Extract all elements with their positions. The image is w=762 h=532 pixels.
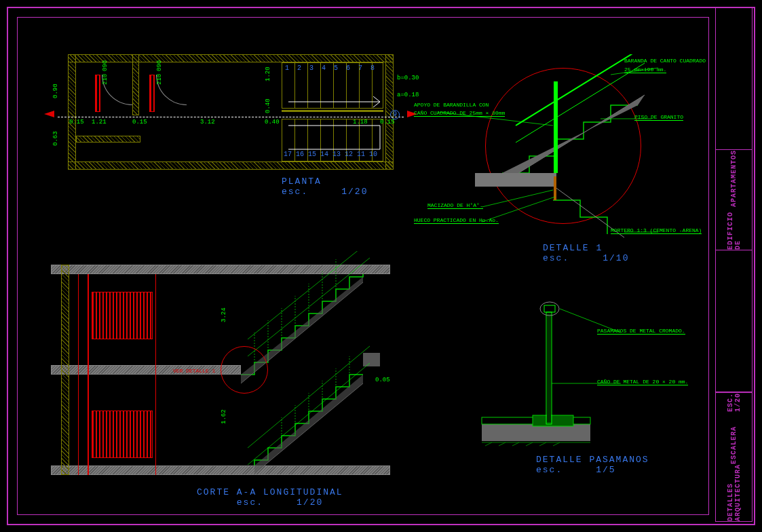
hr-cano: CAÑO DE METAL DE 20 × 20 mm. [597,379,688,385]
detail1-title: DETALLE 1 esc. 1/10 [543,243,629,263]
dim-162: 1.62 [221,409,227,424]
door1-h: 210 [102,74,109,85]
detail1-view: BARANDA DE CANTO CUADRADO 25 mm×190 mm. … [434,54,692,244]
svg-line-23 [482,190,553,207]
section-mark-left [44,111,58,124]
tb-drawing: DETALLES ARQUITECTURA ESCALERA ESC. 1/20 [715,392,753,522]
dim-a: a=0.18 [397,92,419,98]
step-8: 8 [370,64,375,72]
project-line2: APARTAMENTOS [730,150,738,207]
sec-note-detail: VER DETALLE 1 [173,368,215,374]
d1-hueco: HUECO PRACTICADO EN Ho.Ao. [414,217,499,224]
svg-line-39 [526,442,533,446]
svg-line-40 [539,442,546,446]
door-2 [149,75,155,112]
dim-015b: 0.15 [132,119,147,126]
dim-h063: 0.63 [52,131,59,146]
svg-line-19 [516,63,645,142]
step-4: 4 [322,64,326,72]
dim-h040: 0.40 [265,98,271,113]
detail-circle-sec [221,346,268,394]
step-1: 1 [285,64,289,72]
svg-rect-16 [554,81,558,173]
plan-wall-left [68,54,76,170]
dim-324: 3.24 [221,307,227,322]
dim-h120: 1.20 [265,66,271,81]
svg-rect-30 [547,314,551,422]
dim-b: b=0.30 [397,75,419,81]
d1-baranda: BARANDA DE CANTO CUADRADO [624,58,706,64]
title-block: EDIFICIO DE APARTAMENTOS DETALLES ARQUIT… [715,8,753,522]
handrail-scale-prefix: esc. [536,465,563,475]
title-scale: ESC. 1/20 [727,393,742,412]
d1-apoyo: APOYO DE BARANDILLA CON [414,102,489,108]
title-line1: DETALLES ARQUITECTURA [727,464,742,521]
door2-w: 090 [156,60,163,71]
project-line1: EDIFICIO DE [727,212,742,250]
svg-rect-2 [363,353,380,366]
dim-015c: 0.15 [380,119,395,126]
door-1 [95,75,100,112]
section-view: VER DETALLE 1 3.24 1.62 0.05 [51,251,390,489]
step-11: 11 [357,151,365,158]
dim-005: 0.05 [375,377,390,383]
section-title: CORTE A-A LONGITUDINAL esc. 1/20 [197,487,343,508]
step-6: 6 [346,64,350,72]
d1-macizado: MACIZADO DE H°A°. [427,202,483,209]
svg-line-37 [499,442,506,446]
dim-118: 1.18 [353,119,368,126]
handrail-view: PASAMANOS DE METAL CROMADO. CAÑO DE META… [461,299,692,461]
plan-title-text: PLANTA [282,176,322,187]
step-10: 10 [369,151,377,158]
step-13: 13 [332,151,341,158]
hr-pasamanos: PASAMANOS DE METAL CROMADO. [597,328,685,335]
svg-rect-28 [533,415,573,426]
dim-h090: 0.90 [52,83,59,98]
step-2: 2 [297,64,301,72]
d1-baranda-dim: 25 mm×190 mm. [624,66,666,73]
step-17: 17 [284,151,292,158]
svg-rect-17 [554,176,556,200]
svg-marker-0 [44,111,54,117]
plan-title: PLANTA esc. 1/20 [282,176,368,197]
dim-040: 0.40 [265,119,280,126]
plan-scale-prefix: esc. [282,187,308,197]
svg-line-36 [485,442,492,446]
step-15: 15 [308,151,316,158]
step-9: 9 [390,110,400,119]
svg-line-41 [553,442,560,446]
section-title-text: CORTE A-A LONGITUDINAL [197,487,343,497]
svg-line-38 [512,442,519,446]
plan-wall-bottom [68,162,394,170]
handrail-title-text: DETALLE PASAMANOS [536,455,649,465]
dim-312: 3.12 [200,119,215,126]
plan-wall-top [68,54,394,62]
plan-scale: 1/20 [341,187,368,197]
step-14: 14 [320,151,328,158]
dim-121: 1.21 [92,119,107,126]
detail1-scale: 1/10 [603,253,629,263]
d1-apoyo2: CAÑO CUADRADO DE 25mm × 80mm [414,110,505,117]
tb-project: EDIFICIO DE APARTAMENTOS [715,150,753,250]
tb-empty-2 [715,250,753,392]
d1-piso: PISO DE GRANITO [634,114,683,121]
dim-015a: 0.15 [69,119,84,126]
step-16: 16 [296,151,304,158]
detail1-svg [434,54,692,244]
title-line2: ESCALERA [730,426,738,464]
step-5: 5 [334,64,338,72]
detail1-title-text: DETALLE 1 [543,243,603,253]
door2-h: 210 [156,74,163,85]
stair-arrow-up [285,88,383,159]
tb-empty-1 [715,8,753,150]
step-12: 12 [345,151,353,158]
step-3: 3 [309,64,313,72]
door1-w: 090 [102,60,109,71]
handrail-title: DETALLE PASAMANOS esc. 1/5 [536,455,649,475]
svg-rect-26 [482,424,590,441]
plan-wall-int-bottom [76,136,140,142]
plan-wall-int1 [132,54,139,115]
plan-view: 1 2 3 4 5 6 7 8 9 17 16 15 14 13 12 11 1… [68,54,394,170]
detail1-scale-prefix: esc. [543,253,569,263]
d1-mortero: MORTERO 1:3 (CEMENTO -ARENA) [611,227,702,234]
